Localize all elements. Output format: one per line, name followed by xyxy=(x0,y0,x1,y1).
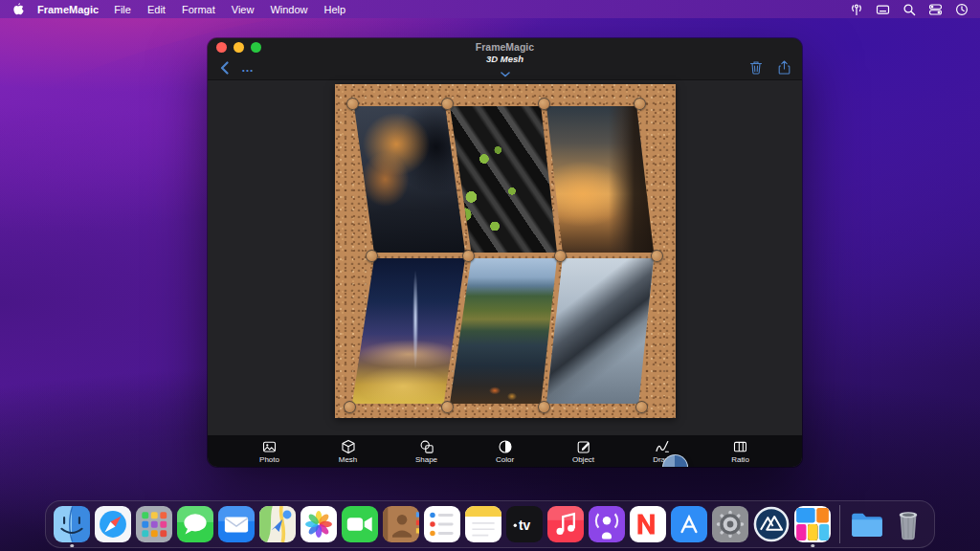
menu-item-edit[interactable]: Edit xyxy=(147,4,166,15)
spotlight-search-icon[interactable] xyxy=(902,3,916,16)
running-indicator xyxy=(70,544,74,548)
control-center-icon[interactable] xyxy=(928,3,943,16)
tool-tab-mesh[interactable]: Mesh xyxy=(324,439,371,464)
framemagic-icon xyxy=(794,506,831,542)
mesh-handle-3[interactable] xyxy=(538,98,550,110)
menu-item-view[interactable]: View xyxy=(232,4,255,15)
dock-item-podcasts[interactable] xyxy=(589,506,625,542)
tool-label-object: Object xyxy=(572,455,594,464)
mesh-handle-6[interactable] xyxy=(462,250,475,262)
menu-bar: FrameMagic FileEditFormatViewWindowHelp xyxy=(0,0,980,18)
more-button[interactable]: … xyxy=(241,60,254,75)
tool-label-ratio: Ratio xyxy=(731,455,749,464)
mesh-handle-9[interactable] xyxy=(344,401,356,413)
menubar-app-name[interactable]: FrameMagic xyxy=(37,4,99,15)
mesh-handle-2[interactable] xyxy=(441,98,454,110)
cork-board-collage[interactable] xyxy=(335,84,676,418)
tool-tab-ratio[interactable]: Ratio xyxy=(717,439,764,464)
tv-icon: tv xyxy=(506,506,543,542)
photos-icon xyxy=(301,506,337,542)
mesh-handle-11[interactable] xyxy=(538,401,550,413)
dock-item-framemagic[interactable] xyxy=(794,506,831,542)
dock-item-app-store[interactable] xyxy=(671,506,707,542)
menu-item-help[interactable]: Help xyxy=(324,4,346,15)
maps-icon xyxy=(259,506,296,542)
dock-item-launchpad[interactable] xyxy=(136,506,172,542)
tool-tab-photo[interactable]: Photo xyxy=(246,439,293,464)
tool-tab-shape[interactable]: Shape xyxy=(403,439,450,464)
dock-item-mountain-app[interactable] xyxy=(753,506,790,542)
layout-mode-selector[interactable]: 3D Mesh xyxy=(208,55,802,81)
menu-item-window[interactable]: Window xyxy=(270,4,307,15)
trash-icon xyxy=(890,506,926,542)
layout-mode-label: 3D Mesh xyxy=(208,55,802,64)
downloads-folder-icon xyxy=(849,506,885,542)
dock-item-facetime[interactable] xyxy=(342,506,378,542)
mesh-handle-4[interactable] xyxy=(634,98,646,110)
dock-item-downloads-folder[interactable] xyxy=(849,506,885,542)
zoom-button[interactable] xyxy=(251,42,261,53)
tool-tab-color[interactable]: Color xyxy=(481,439,528,464)
menu-bar-items: FileEditFormatViewWindowHelp xyxy=(114,4,345,15)
dock: tv xyxy=(45,500,935,548)
dock-item-maps[interactable] xyxy=(259,506,296,542)
dock-item-tv[interactable]: tv xyxy=(506,506,543,542)
dock-item-photos[interactable] xyxy=(301,506,337,542)
collage-photo-p6[interactable] xyxy=(546,258,654,404)
menubar-status-icons xyxy=(850,3,969,16)
dock-item-finder[interactable] xyxy=(54,506,90,542)
mail-icon xyxy=(218,506,255,542)
tool-tabbar: PhotoMeshShapeColorObjectDrawRatio xyxy=(208,435,802,467)
dock-item-safari[interactable] xyxy=(95,506,131,542)
apple-menu-icon[interactable] xyxy=(11,3,24,16)
mesh-handle-5[interactable] xyxy=(366,250,378,262)
dock-item-mail[interactable] xyxy=(218,506,255,542)
menu-item-file[interactable]: File xyxy=(114,4,131,15)
dock-item-messages[interactable] xyxy=(177,506,213,542)
dock-item-news[interactable] xyxy=(630,506,666,542)
dock-item-reminders[interactable] xyxy=(424,506,460,542)
mesh-handle-1[interactable] xyxy=(346,98,359,110)
clock-icon[interactable] xyxy=(955,3,969,16)
display-icon[interactable] xyxy=(876,3,890,16)
tool-tab-object[interactable]: Object xyxy=(560,439,607,464)
wireless-transfer-icon[interactable] xyxy=(850,3,863,16)
launchpad-icon xyxy=(136,506,172,542)
running-indicator xyxy=(811,544,814,548)
music-icon xyxy=(547,506,584,542)
safari-icon xyxy=(95,506,131,542)
tool-label-mesh: Mesh xyxy=(339,455,358,464)
collage-photo-p1[interactable] xyxy=(354,106,465,253)
trash-icon[interactable] xyxy=(749,60,763,75)
mesh-handle-8[interactable] xyxy=(651,250,663,262)
dock-separator xyxy=(839,505,840,543)
app-store-icon xyxy=(671,506,707,542)
menu-item-format[interactable]: Format xyxy=(182,4,215,15)
dock-item-music[interactable] xyxy=(547,506,584,542)
mountain-app-icon xyxy=(753,506,790,542)
back-button[interactable] xyxy=(219,61,230,75)
collage-photo-p4[interactable] xyxy=(352,258,465,404)
system-preferences-icon xyxy=(712,506,748,542)
share-icon[interactable] xyxy=(778,60,791,75)
mesh-handle-10[interactable] xyxy=(441,401,454,413)
collage-photo-p5[interactable] xyxy=(450,258,557,404)
svg-text:tv: tv xyxy=(519,518,531,533)
tool-label-photo: Photo xyxy=(259,455,279,464)
chevron-down-icon xyxy=(500,64,511,81)
collage-photo-p2[interactable] xyxy=(450,106,557,253)
close-button[interactable] xyxy=(216,42,227,53)
mesh-handle-12[interactable] xyxy=(635,401,648,413)
dock-item-trash[interactable] xyxy=(890,506,926,542)
window-toolbar: … 3D Mesh xyxy=(208,55,802,80)
framemagic-window: FrameMagic … 3D Mesh PhotoMeshShapeC xyxy=(208,38,802,467)
minimize-button[interactable] xyxy=(234,42,244,53)
collage-photo-p3[interactable] xyxy=(546,106,654,253)
dock-item-notes[interactable] xyxy=(465,506,501,542)
dock-item-system-preferences[interactable] xyxy=(712,506,748,542)
notes-icon xyxy=(465,506,501,542)
mesh-handle-7[interactable] xyxy=(554,250,567,262)
dock-item-contacts[interactable] xyxy=(383,506,419,542)
contacts-icon xyxy=(383,506,419,542)
window-titlebar[interactable]: FrameMagic xyxy=(208,38,802,55)
